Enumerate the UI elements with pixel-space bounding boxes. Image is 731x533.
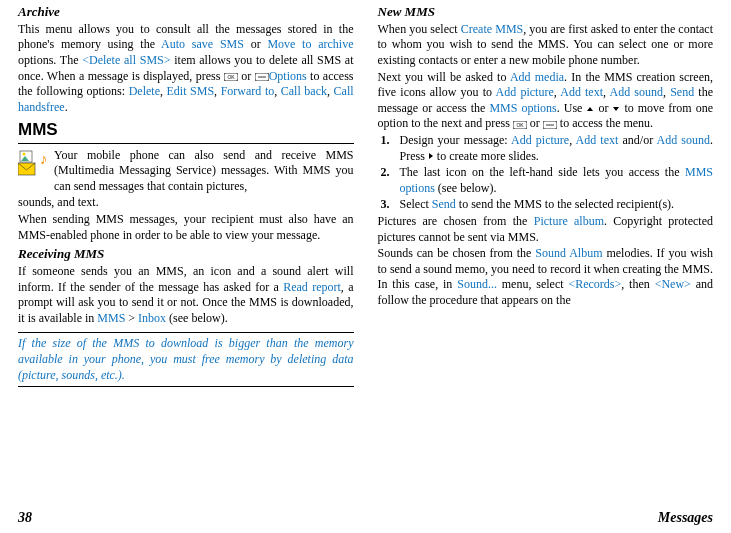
mms-desc-start: Your mobile phone can also send and rece… — [54, 148, 354, 195]
options-link: Options — [269, 69, 307, 83]
send-link: Send — [432, 197, 456, 211]
right-column: New MMS When you select Create MMS, you … — [378, 4, 714, 494]
read-report-link: Read report — [283, 280, 341, 294]
section-name: Messages — [658, 509, 713, 527]
delete-link: Delete — [129, 84, 160, 98]
new-link: <New> — [655, 277, 691, 291]
ok-key-icon — [224, 73, 238, 81]
page-number: 38 — [18, 509, 32, 527]
archive-text: This menu allows you to consult all the … — [18, 22, 354, 116]
inbox-link: Inbox — [138, 311, 166, 325]
auto-save-sms-link: Auto save SMS — [161, 37, 244, 51]
mms-desc-cont: sounds, and text. — [18, 195, 354, 211]
list-item: 1.Design your message: Add picture, Add … — [378, 133, 714, 164]
pictures-text: Pictures are chosen from the Picture alb… — [378, 214, 714, 245]
options-key-icon — [255, 73, 269, 81]
picture-album-link: Picture album — [534, 214, 604, 228]
sound-menu-link: Sound... — [457, 277, 497, 291]
new-mms-heading: New MMS — [378, 4, 714, 21]
receiving-text: If someone sends you an MMS, an icon and… — [18, 264, 354, 326]
options-key-icon — [543, 121, 557, 129]
create-mms-link: Create MMS — [461, 22, 523, 36]
left-column: Archive This menu allows you to consult … — [18, 4, 354, 494]
divider — [18, 143, 354, 144]
warning-note: If the size of the MMS to download is bi… — [18, 332, 354, 387]
call-back-link: Call back — [281, 84, 327, 98]
steps-list: 1.Design your message: Add picture, Add … — [378, 133, 714, 213]
mms-link: MMS — [97, 311, 125, 325]
mms-heading: MMS — [18, 119, 354, 141]
sound-album-link: Sound Album — [535, 246, 602, 260]
add-media-link: Add media — [510, 70, 564, 84]
move-to-archive-link: Move to archive — [267, 37, 353, 51]
list-item: 2.The last icon on the left-hand side le… — [378, 165, 714, 196]
add-picture-link: Add picture — [496, 85, 554, 99]
archive-heading: Archive — [18, 4, 354, 21]
receiving-mms-heading: Receiving MMS — [18, 246, 354, 263]
new-mms-p1: When you select Create MMS, you are firs… — [378, 22, 714, 69]
forward-to-link: Forward to — [221, 84, 275, 98]
add-sound-link: Add sound — [610, 85, 664, 99]
edit-sms-link: Edit SMS — [167, 84, 215, 98]
mms-icon — [18, 150, 48, 178]
records-link: <Records> — [568, 277, 621, 291]
ok-key-icon — [513, 121, 527, 129]
send-link: Send — [670, 85, 694, 99]
new-mms-p2: Next you will be asked to Add media. In … — [378, 70, 714, 132]
delete-all-sms-link: <Delete all SMS> — [82, 53, 170, 67]
add-picture-link: Add picture — [511, 133, 569, 147]
add-text-link: Add text — [560, 85, 603, 99]
add-text-link: Add text — [576, 133, 619, 147]
add-sound-link: Add sound — [657, 133, 710, 147]
mms-options-link: MMS options — [489, 101, 556, 115]
sounds-text: Sounds can be chosen from the Sound Albu… — [378, 246, 714, 308]
list-item: 3.Select Send to send the MMS to the sel… — [378, 197, 714, 213]
footer: 38 Messages — [18, 509, 713, 527]
mms-p2: When sending MMS messages, your recipien… — [18, 212, 354, 243]
